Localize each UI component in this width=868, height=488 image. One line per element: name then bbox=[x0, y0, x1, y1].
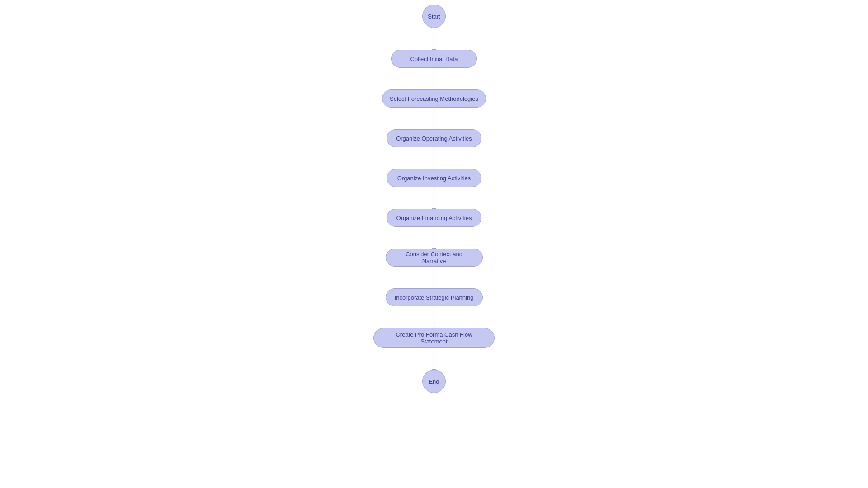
node-select-forecasting: Select Forecasting Methodologies bbox=[382, 89, 486, 108]
node-collect-initial-data: Collect Initial Data bbox=[391, 50, 477, 68]
connector-1 bbox=[434, 68, 434, 89]
node-start: Start bbox=[422, 5, 446, 28]
connector-4 bbox=[434, 187, 434, 209]
node-operating-label: Organize Operating Activities bbox=[396, 135, 472, 142]
node-organize-financing: Organize Financing Activities bbox=[387, 209, 481, 227]
node-organize-operating: Organize Operating Activities bbox=[387, 129, 481, 147]
node-consider-context: Consider Context and Narrative bbox=[386, 249, 483, 267]
node-end: End bbox=[422, 370, 446, 393]
node-strategic-label: Incorporate Strategic Planning bbox=[395, 294, 474, 301]
node-financing-label: Organize Financing Activities bbox=[396, 215, 472, 221]
connector-6 bbox=[434, 267, 434, 288]
node-collect-label: Collect Initial Data bbox=[410, 56, 458, 62]
connector-8 bbox=[434, 348, 434, 370]
flowchart: Start Collect Initial Data Select Foreca… bbox=[373, 0, 495, 393]
node-select-label: Select Forecasting Methodologies bbox=[390, 95, 478, 102]
node-proforma-label: Create Pro Forma Cash Flow Statement bbox=[382, 331, 486, 345]
node-start-label: Start bbox=[428, 13, 440, 20]
node-investing-label: Organize Investing Activities bbox=[397, 175, 471, 182]
connector-0 bbox=[434, 28, 434, 50]
connector-7 bbox=[434, 306, 434, 328]
connector-3 bbox=[434, 147, 434, 169]
node-context-label: Consider Context and Narrative bbox=[393, 251, 475, 264]
node-organize-investing: Organize Investing Activities bbox=[387, 169, 481, 187]
node-create-pro-forma: Create Pro Forma Cash Flow Statement bbox=[373, 328, 495, 348]
connector-2 bbox=[434, 108, 434, 129]
node-end-label: End bbox=[429, 378, 439, 385]
node-incorporate-strategic: Incorporate Strategic Planning bbox=[386, 288, 483, 306]
connector-5 bbox=[434, 227, 434, 249]
